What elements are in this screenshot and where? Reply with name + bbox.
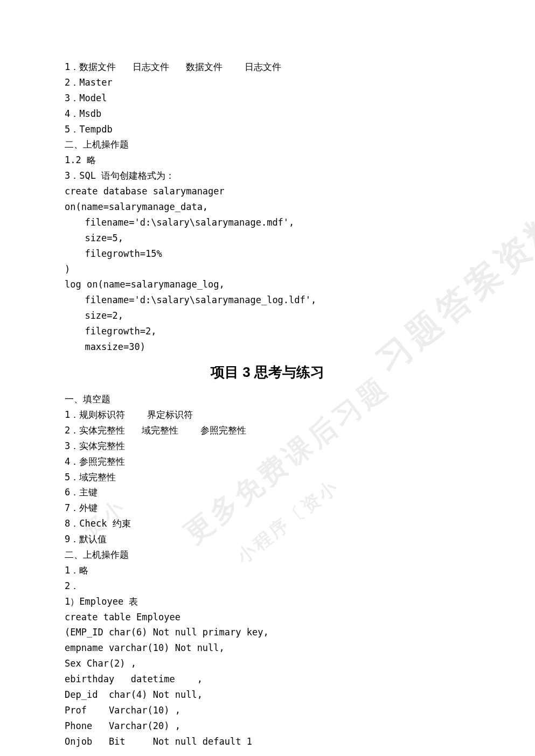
text-line: 5．域完整性 [65, 470, 470, 485]
code-line: log on(name=salarymanage_log, [65, 277, 470, 292]
heading-suffix: 思考与练习 [251, 364, 324, 380]
code-line: on(name=salarymanage_data, [65, 199, 470, 215]
text-line: 1．规则标识符 界定标识符 [65, 407, 470, 423]
code-line: filename='d:\salary\salarymanage.mdf', [65, 215, 470, 230]
code-line: Prof Varchar(10) , [65, 703, 470, 718]
code-line: create database salarymanager [65, 184, 470, 199]
text-line: 9．默认值 [65, 531, 470, 547]
section-heading: 二、上机操作题 [65, 137, 470, 152]
text-line: 7．外键 [65, 500, 470, 516]
code-line: Phone Varchar(20) , [65, 718, 470, 734]
section-heading: 一、填空题 [65, 391, 470, 407]
text-line: 2．实体完整性 域完整性 参照完整性 [65, 423, 470, 438]
text-line: 8．Check 约束 [65, 516, 470, 531]
document-body: 1．数据文件 日志文件 数据文件 日志文件 2．Master 3．Model 4… [65, 59, 470, 750]
code-line: filegrowth=2, [65, 324, 470, 339]
text-line: 1．数据文件 日志文件 数据文件 日志文件 [65, 59, 470, 75]
code-line: filename='d:\salary\salarymanage_log.ldf… [65, 292, 470, 308]
text-line: 1）Employee 表 [65, 594, 470, 610]
text-line: 1.2 略 [65, 152, 470, 168]
code-line: (EMP_ID char(6) Not null primary key, [65, 625, 470, 640]
text-line: 1．略 [65, 563, 470, 578]
code-line: filegrowth=15% [65, 246, 470, 262]
code-line: create table Employee [65, 610, 470, 625]
text-line: 4．Msdb [65, 106, 470, 122]
code-line: Sex Char(2) , [65, 656, 470, 671]
text-line: 3．Model [65, 90, 470, 106]
code-line: ebirthday datetime , [65, 671, 470, 687]
code-line: maxsize=30) [65, 339, 470, 355]
code-line: Onjob Bit Not null default 1 [65, 734, 470, 750]
code-line: size=5, [65, 230, 470, 246]
text-line: 5．Tempdb [65, 122, 470, 137]
text-line: 3．实体完整性 [65, 438, 470, 454]
heading-number: 3 [242, 364, 250, 380]
code-line: Dep_id char(4) Not null, [65, 687, 470, 703]
heading-prefix: 项目 [211, 364, 242, 380]
text-line: 2．Master [65, 75, 470, 90]
code-line: ) [65, 262, 470, 277]
section-heading: 二、上机操作题 [65, 547, 470, 563]
text-line: 3．SQL 语句创建格式为： [65, 168, 470, 184]
code-line: size=2, [65, 308, 470, 324]
project-heading: 项目 3 思考与练习 [65, 360, 470, 384]
text-line: 6．主键 [65, 485, 470, 500]
code-line: empname varchar(10) Not null, [65, 640, 470, 656]
text-line: 4．参照完整性 [65, 454, 470, 470]
text-line: 2． [65, 578, 470, 594]
